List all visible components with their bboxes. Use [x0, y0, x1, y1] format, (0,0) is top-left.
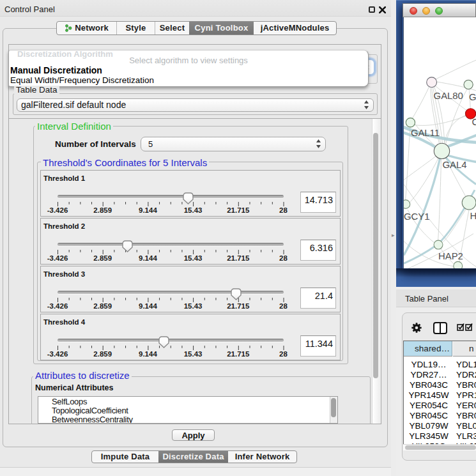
- svg-text:H: H: [470, 211, 476, 221]
- svg-text:C: C: [472, 117, 476, 127]
- svg-text:GCY1: GCY1: [404, 211, 429, 222]
- svg-text:HAP2: HAP2: [438, 251, 463, 261]
- svg-text:GAL80: GAL80: [434, 91, 463, 101]
- svg-text:GAL11: GAL11: [411, 128, 440, 138]
- svg-text:GAL4: GAL4: [442, 160, 466, 170]
- svg-text:G.: G.: [469, 92, 476, 102]
